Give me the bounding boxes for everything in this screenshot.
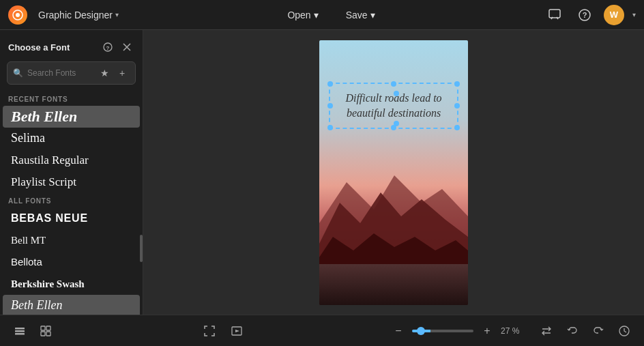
svg-rect-2 (549, 10, 560, 18)
favorites-filter-button[interactable]: ★ (97, 66, 112, 81)
font-bellota[interactable]: Bellota (3, 251, 140, 273)
nav-center: Open ▾ Save ▾ (130, 7, 533, 23)
swap-button[interactable] (535, 319, 558, 343)
svg-point-1 (16, 13, 20, 17)
svg-rect-15 (41, 332, 45, 336)
layers-button[interactable] (8, 319, 31, 343)
open-label: Open (287, 10, 310, 20)
font-berkshire-swash[interactable]: Berkshire Swash (3, 273, 140, 295)
recent-font-raustila[interactable]: Raustila Regular (3, 149, 140, 171)
main-area: Choose a Font ? 🔍 ★ (0, 30, 644, 315)
save-menu-button[interactable]: Save ▾ (340, 7, 381, 23)
svg-rect-11 (15, 330, 25, 332)
all-fonts-label: ALL FONTS (0, 193, 143, 207)
bottom-left-tools (8, 319, 57, 343)
svg-rect-14 (46, 326, 50, 330)
text-selection-box[interactable]: Difficult roads lead to beautiful destin… (329, 83, 458, 130)
canvas-image (319, 40, 468, 305)
svg-rect-16 (46, 332, 50, 336)
svg-marker-18 (235, 330, 239, 332)
preview-button[interactable] (225, 319, 248, 343)
bottom-toolbar: − + 27 % (0, 315, 644, 346)
panel-header-actions: ? (100, 40, 134, 55)
search-input[interactable] (27, 68, 90, 78)
svg-text:?: ? (106, 45, 110, 51)
font-bebas-neue[interactable]: BEBAS NEUE (3, 207, 140, 229)
canvas-text-content: Difficult roads lead to beautiful destin… (338, 91, 449, 121)
brand-menu[interactable]: Graphic Designer ▾ (38, 10, 119, 20)
zoom-slider[interactable] (412, 330, 473, 332)
handle-middle-left[interactable] (327, 103, 333, 109)
undo-button[interactable] (561, 319, 584, 343)
font-bell-mt[interactable]: Bell MT (3, 229, 140, 251)
add-font-button[interactable]: + (115, 66, 130, 81)
handle-bottom-center[interactable] (391, 125, 396, 130)
handle-top-right[interactable] (454, 81, 460, 87)
recent-fonts-label: RECENT FONTS (0, 91, 143, 106)
canvas-area: Difficult roads lead to beautiful destin… (143, 30, 644, 315)
chevron-down-icon: ▾ (115, 11, 119, 18)
avatar[interactable]: W (604, 5, 624, 25)
svg-text:?: ? (583, 11, 587, 19)
redo-button[interactable] (587, 319, 610, 343)
help-button[interactable]: ? (574, 4, 596, 26)
top-navigation: Graphic Designer ▾ Open ▾ Save ▾ ? W (0, 0, 644, 30)
zoom-out-button[interactable]: − (389, 321, 408, 341)
help-icon-button[interactable]: ? (100, 40, 115, 55)
open-chevron-icon: ▾ (314, 10, 319, 20)
canvas-wrapper: Difficult roads lead to beautiful destin… (319, 40, 468, 305)
nav-right: ? W ▾ (544, 4, 636, 26)
scrollbar-indicator[interactable] (140, 235, 143, 262)
bottom-right-actions (535, 319, 636, 343)
panel-header: Choose a Font ? (0, 30, 143, 61)
font-panel: Choose a Font ? 🔍 ★ (0, 30, 143, 315)
zoom-controls: − + 27 % (389, 321, 525, 341)
history-button[interactable] (613, 319, 636, 343)
recent-font-beth-ellen[interactable]: Beth Ellen (3, 106, 140, 128)
font-search-box: 🔍 ★ + (7, 61, 136, 85)
handle-top-center[interactable] (391, 81, 396, 87)
save-chevron-icon: ▾ (370, 10, 375, 20)
mountain-illustration (319, 155, 468, 264)
handle-middle-right[interactable] (454, 103, 460, 109)
search-action-buttons: ★ + (97, 66, 130, 81)
chat-button[interactable] (544, 4, 566, 26)
svg-rect-12 (15, 333, 25, 335)
search-icon: 🔍 (13, 68, 23, 78)
recent-font-playlist[interactable]: Playlist Script (3, 171, 140, 193)
font-beth-ellen-all[interactable]: Beth Ellen (3, 295, 140, 315)
recent-font-selima[interactable]: Selima (3, 128, 140, 149)
fullscreen-button[interactable] (198, 319, 221, 343)
svg-rect-13 (41, 326, 45, 330)
brand-name: Graphic Designer (38, 10, 113, 20)
save-label: Save (346, 10, 368, 20)
zoom-in-button[interactable]: + (478, 321, 497, 341)
grid-button[interactable] (34, 319, 57, 343)
handle-top-left[interactable] (327, 81, 333, 87)
app-logo (8, 5, 27, 25)
open-menu-button[interactable]: Open ▾ (282, 7, 323, 23)
panel-title: Choose a Font (8, 42, 70, 53)
water-area (319, 264, 468, 305)
zoom-label: 27 % (501, 326, 525, 336)
avatar-chevron-icon: ▾ (632, 11, 636, 18)
svg-rect-10 (15, 328, 25, 330)
close-panel-button[interactable] (119, 40, 134, 55)
